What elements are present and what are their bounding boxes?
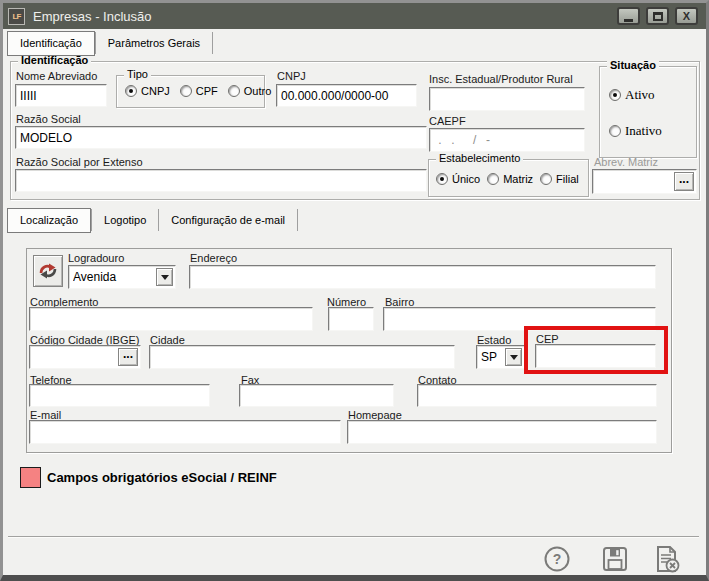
abrev-matriz-field: ... [592, 169, 697, 194]
close-icon: X [683, 10, 690, 22]
swap-arrows-icon [38, 262, 58, 280]
email-input[interactable] [29, 420, 341, 444]
estabelecimento-radio-row: Único Matriz Filial [436, 173, 579, 185]
tab-localizacao[interactable]: Localização [7, 208, 91, 233]
bairro-input[interactable] [383, 307, 656, 331]
minimize-icon [624, 19, 633, 22]
help-icon: ? [543, 545, 571, 573]
homepage-input[interactable] [347, 420, 657, 444]
swap-address-button[interactable] [33, 255, 63, 287]
nome-abreviado-label: Nome Abreviado [16, 70, 97, 82]
situacao-group-title: Situação [607, 59, 659, 71]
estabelecimento-group-title: Estabelecimento [436, 152, 523, 164]
chevron-down-icon [510, 355, 518, 364]
titlebar: LF Empresas - Inclusão X [3, 3, 706, 29]
logradouro-label: Logradouro [68, 252, 124, 264]
tipo-groupbox: Tipo CNPJ CPF Outro [116, 75, 265, 108]
app-logo-icon: LF [8, 8, 25, 25]
radio-estabelecimento-unico[interactable]: Único [436, 173, 480, 185]
situacao-groupbox: Situação Ativo Inativo [599, 66, 697, 158]
required-fields-swatch [20, 467, 41, 488]
radio-label: Matriz [503, 173, 533, 185]
estado-value[interactable] [478, 347, 505, 367]
estado-dropdown-button[interactable] [505, 348, 522, 366]
help-button[interactable]: ? [542, 545, 572, 575]
tab-identificacao[interactable]: Identificação [7, 31, 95, 56]
sub-tabstrip: Localização Logotipo Configuração de e-m… [7, 208, 298, 232]
complemento-input[interactable] [29, 307, 313, 331]
numero-input[interactable] [328, 307, 374, 331]
radio-estabelecimento-matriz[interactable]: Matriz [487, 173, 533, 185]
abrev-matriz-input[interactable] [594, 171, 674, 192]
fax-input[interactable] [239, 384, 394, 407]
razao-social-input[interactable] [15, 126, 427, 149]
footer-separator [8, 536, 699, 538]
estabelecimento-groupbox: Estabelecimento Único Matriz Filial [428, 159, 589, 197]
tab-separator [212, 32, 213, 54]
radio-tipo-outro[interactable]: Outro [228, 85, 272, 97]
radio-label: Filial [556, 173, 579, 185]
endereco-input[interactable] [189, 265, 656, 289]
caepf-label: CAEPF [429, 115, 466, 127]
radio-label: Ativo [625, 87, 655, 103]
razao-social-extenso-label: Razão Social por Extenso [16, 156, 143, 168]
close-button[interactable]: X [675, 7, 698, 25]
radio-tipo-cnpj[interactable]: CNPJ [125, 85, 170, 97]
razao-social-extenso-input[interactable] [15, 169, 427, 192]
cep-input[interactable] [535, 344, 656, 368]
svg-text:?: ? [553, 551, 562, 567]
cancel-document-icon [651, 544, 681, 574]
radio-icon [180, 85, 192, 97]
telefone-input[interactable] [29, 384, 210, 407]
radio-label: Único [452, 173, 480, 185]
cnpj-label: CNPJ [277, 70, 306, 82]
main-tabstrip: Identificação Parâmetros Gerais [7, 31, 213, 55]
abrev-matriz-browse-button[interactable]: ... [674, 172, 694, 191]
save-button[interactable] [600, 545, 630, 575]
tab-configuracao-email[interactable]: Configuração de e-mail [159, 209, 297, 232]
codigo-cidade-input[interactable] [31, 347, 118, 367]
tab-parametros-gerais[interactable]: Parâmetros Gerais [96, 32, 212, 55]
save-floppy-icon [601, 545, 629, 573]
radio-tipo-cpf[interactable]: CPF [180, 85, 218, 97]
codigo-cidade-field: ... [29, 345, 141, 369]
radio-icon [228, 85, 240, 97]
identificacao-group-title: Identificação [18, 54, 91, 66]
radio-icon [436, 173, 448, 185]
radio-estabelecimento-filial[interactable]: Filial [540, 173, 579, 185]
abrev-matriz-label: Abrev. Matriz [594, 156, 658, 168]
cidade-input[interactable] [149, 345, 455, 369]
minimize-button[interactable] [617, 7, 640, 25]
estado-combobox[interactable] [476, 345, 525, 369]
window-title: Empresas - Inclusão [33, 9, 152, 24]
cnpj-input[interactable] [276, 84, 417, 107]
nome-abreviado-input[interactable] [15, 84, 107, 107]
contato-input[interactable] [417, 384, 657, 407]
maximize-button[interactable] [646, 7, 669, 25]
maximize-icon [653, 12, 663, 21]
radio-situacao-ativo[interactable]: Ativo [609, 87, 655, 103]
logradouro-combobox[interactable] [68, 265, 176, 289]
razao-social-label: Razão Social [16, 113, 81, 125]
empresas-inclusao-window: LF Empresas - Inclusão X Identificação P… [0, 0, 709, 581]
logradouro-value[interactable] [70, 267, 153, 287]
radio-label: Inativo [625, 123, 662, 139]
window-controls: X [617, 7, 701, 25]
radio-icon [609, 125, 621, 137]
radio-situacao-inativo[interactable]: Inativo [609, 123, 662, 139]
codigo-cidade-browse-button[interactable]: ... [118, 348, 138, 366]
required-fields-legend: Campos obrigatórios eSocial / REINF [47, 470, 277, 485]
cancel-document-button[interactable] [651, 544, 681, 574]
insc-estadual-input[interactable] [429, 87, 585, 111]
caepf-input[interactable] [429, 128, 585, 152]
logradouro-dropdown-button[interactable] [156, 268, 173, 286]
tab-separator [297, 209, 298, 231]
tipo-group-title: Tipo [124, 68, 151, 80]
radio-icon [540, 173, 552, 185]
tab-logotipo[interactable]: Logotipo [92, 209, 158, 232]
radio-label: CNPJ [141, 85, 170, 97]
tipo-radio-row: CNPJ CPF Outro [125, 85, 271, 97]
radio-icon [487, 173, 499, 185]
radio-label: CPF [196, 85, 218, 97]
radio-label: Outro [244, 85, 272, 97]
